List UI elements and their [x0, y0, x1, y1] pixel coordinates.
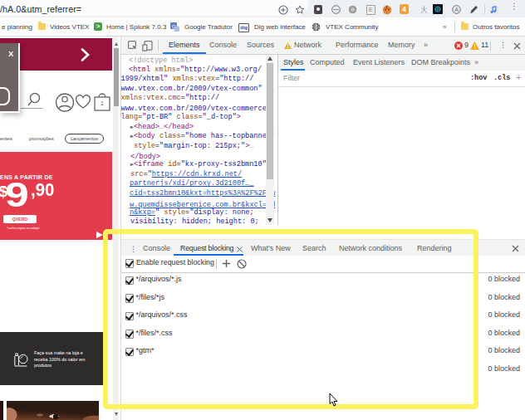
svg-text:A: A	[454, 7, 459, 12]
svg-text:1: 1	[101, 100, 104, 106]
